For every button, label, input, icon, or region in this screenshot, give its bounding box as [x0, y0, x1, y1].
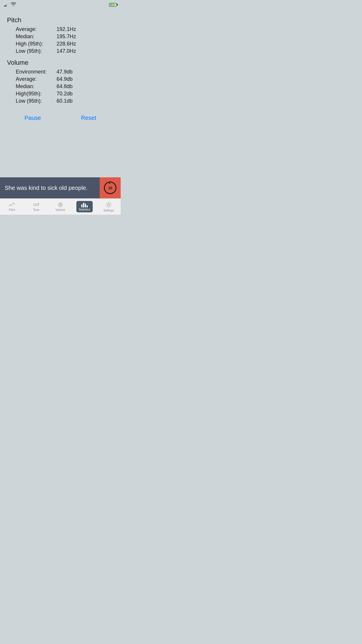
tab-bar: Pitch Tone Volume Statist — [0, 198, 121, 215]
stat-label: Median: — [16, 83, 57, 90]
svg-text:10: 10 — [108, 186, 112, 190]
stat-label: Average: — [16, 76, 57, 82]
pitch-tab-icon — [9, 202, 15, 207]
action-buttons: Pause Reset — [7, 109, 114, 127]
tab-pitch-label: Pitch — [9, 208, 15, 211]
pause-button[interactable]: Pause — [24, 115, 41, 121]
stat-value: 64.8db — [57, 83, 73, 90]
stat-value: 64.9db — [57, 76, 73, 82]
svg-point-8 — [60, 204, 61, 205]
tab-statistics[interactable]: Statistics — [72, 199, 96, 215]
stat-label: Environment: — [16, 69, 57, 75]
stat-value: 228.6Hz — [57, 41, 76, 47]
stat-label: High (95th): — [16, 41, 57, 47]
table-row: Average: 64.9db — [16, 76, 114, 82]
status-bar: ⚡ — [0, 0, 121, 8]
volume-tab-icon — [57, 202, 64, 207]
stat-label: Average: — [16, 26, 57, 32]
subtitle-text: She was kind to sick old people. — [0, 185, 100, 191]
pitch-stats-table: Average: 192.1Hz Median: 195.7Hz High (9… — [16, 26, 114, 54]
table-row: Median: 64.8db — [16, 83, 114, 90]
tab-statistics-label: Statistics — [79, 208, 90, 211]
tab-settings[interactable]: Settings — [96, 199, 121, 215]
tab-pitch[interactable]: Pitch — [0, 199, 24, 215]
subtitle-bar: She was kind to sick old people. 10 — [0, 177, 121, 198]
reset-button[interactable]: Reset — [81, 115, 96, 121]
tone-tab-icon — [33, 202, 39, 207]
tab-tone-label: Tone — [33, 208, 39, 211]
settings-tab-icon — [106, 202, 112, 208]
main-content: Pitch Average: 192.1Hz Median: 195.7Hz H… — [0, 8, 121, 133]
volume-stats-table: Environment: 47.9db Average: 64.9db Medi… — [16, 69, 114, 104]
stat-value: 192.1Hz — [57, 26, 76, 32]
tab-volume-label: Volume — [55, 208, 65, 211]
wifi-icon — [11, 2, 16, 7]
stat-value: 147.0Hz — [57, 48, 76, 54]
tab-settings-label: Settings — [103, 209, 114, 212]
stat-value: 60.1db — [57, 98, 73, 104]
statistics-tab-icon — [81, 202, 88, 207]
stat-label: Low (95th): — [16, 98, 57, 104]
table-row: Average: 192.1Hz — [16, 26, 114, 32]
stat-label: High(95th): — [16, 91, 57, 97]
volume-section-title: Volume — [7, 59, 114, 66]
table-row: Median: 195.7Hz — [16, 34, 114, 40]
tab-tone[interactable]: Tone — [24, 199, 48, 215]
status-left — [4, 2, 16, 7]
stat-value: 47.9db — [57, 69, 73, 75]
table-row: High(95th): 70.2db — [16, 91, 114, 97]
signal-icon — [4, 3, 9, 7]
stat-value: 70.2db — [57, 91, 73, 97]
replay-button[interactable]: 10 — [100, 177, 121, 198]
pitch-section-title: Pitch — [7, 16, 114, 24]
table-row: High (95th): 228.6Hz — [16, 41, 114, 47]
stat-value: 195.7Hz — [57, 34, 76, 40]
table-row: Low (95th): 147.0Hz — [16, 48, 114, 54]
svg-point-10 — [108, 204, 110, 206]
replay-icon: 10 — [103, 181, 117, 195]
stat-label: Low (95th): — [16, 48, 57, 54]
stat-label: Median: — [16, 34, 57, 40]
table-row: Low (95th): 60.1db — [16, 98, 114, 104]
battery-icon: ⚡ — [109, 3, 117, 7]
tab-volume[interactable]: Volume — [48, 199, 73, 215]
table-row: Environment: 47.9db — [16, 69, 114, 75]
